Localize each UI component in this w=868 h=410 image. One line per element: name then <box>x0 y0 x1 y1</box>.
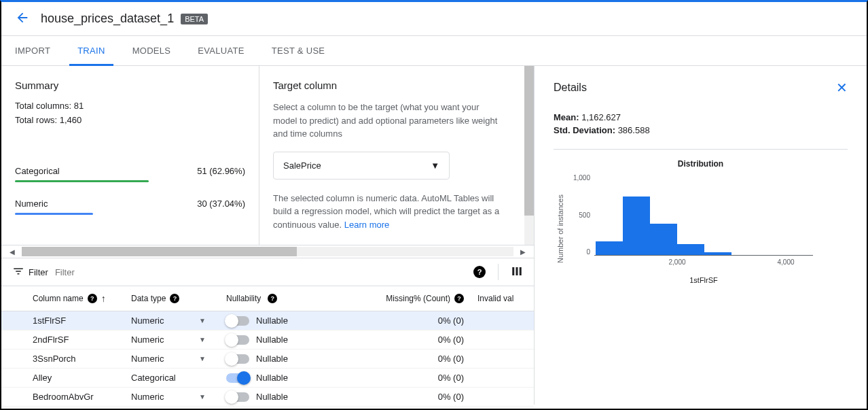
y-tick: 0 <box>567 248 590 256</box>
nullability-label: Nullable <box>256 315 288 326</box>
data-type-cell: Categorical <box>131 373 176 383</box>
missing-cell: 0% (0) <box>362 335 477 345</box>
distribution-chart: Distribution Number of instances 1,00050… <box>554 149 848 284</box>
svg-rect-0 <box>512 267 514 275</box>
nullability-toggle[interactable] <box>226 392 249 402</box>
help-icon[interactable]: ? <box>88 294 97 303</box>
numeric-bar <box>15 213 93 215</box>
chart-title: Distribution <box>554 159 848 169</box>
th-data-type[interactable]: Data type <box>131 294 166 303</box>
table-row[interactable]: 2ndFlrSF Numeric▼ Nullable 0% (0) <box>1 330 534 349</box>
th-column-name[interactable]: Column name <box>33 294 84 303</box>
data-type-cell: Numeric <box>131 315 164 326</box>
column-name-cell: Alley <box>33 373 52 383</box>
chevron-down-icon[interactable]: ▼ <box>199 393 206 400</box>
chevron-down-icon[interactable]: ▼ <box>199 317 206 324</box>
y-axis-label: Number of instances <box>554 174 567 284</box>
horizontal-scrollbar[interactable] <box>22 247 513 256</box>
type-numeric-label: Numeric <box>15 199 48 209</box>
table-row[interactable]: 3SsnPorch Numeric▼ Nullable 0% (0) <box>1 349 534 369</box>
nullability-toggle[interactable] <box>226 335 249 345</box>
nullability-toggle[interactable] <box>226 354 249 364</box>
summary-title: Summary <box>15 80 245 91</box>
th-invalid[interactable]: Invalid val <box>477 294 513 303</box>
data-type-cell: Numeric <box>131 392 164 402</box>
categorical-bar <box>15 180 149 182</box>
chart-bar <box>677 244 704 255</box>
chevron-down-icon[interactable]: ▼ <box>199 336 206 343</box>
table-row[interactable]: 1stFlrSF Numeric▼ Nullable 0% (0) <box>1 311 534 330</box>
th-missing[interactable]: Missing% (Count) <box>386 294 450 303</box>
hscroll-thumb[interactable] <box>22 247 297 256</box>
beta-badge: BETA <box>181 14 208 24</box>
column-name-cell: 1stFlrSF <box>33 315 66 326</box>
dropdown-caret-icon: ▼ <box>431 160 439 171</box>
divider <box>498 264 499 280</box>
svg-rect-1 <box>516 267 518 275</box>
help-icon[interactable]: ? <box>170 294 179 303</box>
type-categorical-label: Categorical <box>15 166 60 176</box>
data-type-cell: Numeric <box>131 335 164 345</box>
chevron-down-icon[interactable]: ▼ <box>199 355 206 362</box>
x-axis-label: 1stFlrSF <box>594 276 813 284</box>
column-name-cell: 2ndFlrSF <box>33 335 69 345</box>
tab-bar: IMPORT TRAIN MODELS EVALUATE TEST & USE <box>1 36 867 66</box>
svg-rect-2 <box>520 267 522 275</box>
sort-ascending-icon[interactable]: ↑ <box>101 293 106 304</box>
y-tick: 1,000 <box>567 174 590 182</box>
hscroll-right-icon[interactable]: ▶ <box>518 248 528 256</box>
missing-cell: 0% (0) <box>362 373 477 383</box>
close-icon[interactable]: ✕ <box>836 80 848 96</box>
chart-bar <box>623 197 650 255</box>
target-selected-value: SalePrice <box>283 160 321 171</box>
th-nullability[interactable]: Nullability <box>226 294 261 303</box>
missing-cell: 0% (0) <box>362 392 477 402</box>
target-description: Select a column to be the target (what y… <box>273 101 504 141</box>
back-arrow-icon[interactable] <box>15 10 30 27</box>
tab-models[interactable]: MODELS <box>132 36 171 65</box>
column-name-cell: 3SsnPorch <box>33 354 76 364</box>
nullability-label: Nullable <box>256 335 288 345</box>
vertical-scrollbar[interactable] <box>524 66 534 245</box>
y-tick: 500 <box>567 211 590 219</box>
x-tick: 4,000 <box>777 258 794 266</box>
columns-table: Column name ? ↑ Data type ? Nullability … <box>1 286 534 407</box>
total-rows: Total rows: 1,460 <box>15 115 245 125</box>
column-name-cell: BedroomAbvGr <box>33 392 94 402</box>
missing-cell: 0% (0) <box>362 315 477 326</box>
target-column-select[interactable]: SalePrice ▼ <box>273 152 450 180</box>
missing-cell: 0% (0) <box>362 354 477 364</box>
type-categorical-count: 51 (62.96%) <box>197 166 245 176</box>
tab-test-use[interactable]: TEST & USE <box>272 36 325 65</box>
learn-more-link[interactable]: Learn more <box>344 220 389 230</box>
type-numeric-count: 30 (37.04%) <box>197 199 245 209</box>
scrollbar-thumb[interactable] <box>524 66 534 216</box>
data-type-cell: Numeric <box>131 354 164 364</box>
target-title: Target column <box>273 80 504 91</box>
total-columns: Total columns: 81 <box>15 101 245 111</box>
help-icon[interactable]: ? <box>268 294 277 303</box>
tab-import[interactable]: IMPORT <box>15 36 50 65</box>
table-row[interactable]: Alley Categorical Nullable 0% (0) <box>1 369 534 388</box>
tab-evaluate[interactable]: EVALUATE <box>198 36 244 65</box>
details-title: Details <box>554 82 587 94</box>
tab-train[interactable]: TRAIN <box>77 36 105 65</box>
hscroll-left-icon[interactable]: ◀ <box>7 248 18 256</box>
filter-input[interactable] <box>55 267 473 277</box>
filter-icon <box>12 265 24 279</box>
target-note: The selected column is numeric data. Aut… <box>273 192 504 232</box>
help-icon[interactable]: ? <box>454 294 464 303</box>
nullability-toggle[interactable] <box>226 373 249 383</box>
filter-label: Filter <box>29 267 48 277</box>
help-icon[interactable]: ? <box>473 266 486 278</box>
nullability-toggle[interactable] <box>226 316 249 326</box>
column-selector-icon[interactable] <box>511 265 523 279</box>
chart-bar <box>596 241 623 255</box>
nullability-label: Nullable <box>256 392 288 402</box>
nullability-label: Nullable <box>256 354 288 364</box>
table-row[interactable]: BedroomAbvGr Numeric▼ Nullable 0% (0) <box>1 388 534 407</box>
nullability-label: Nullable <box>256 373 288 383</box>
chart-bar <box>650 224 677 255</box>
page-title: house_prices_dataset_1 <box>41 12 174 26</box>
mean-stat: Mean: 1,162.627 <box>554 112 848 122</box>
